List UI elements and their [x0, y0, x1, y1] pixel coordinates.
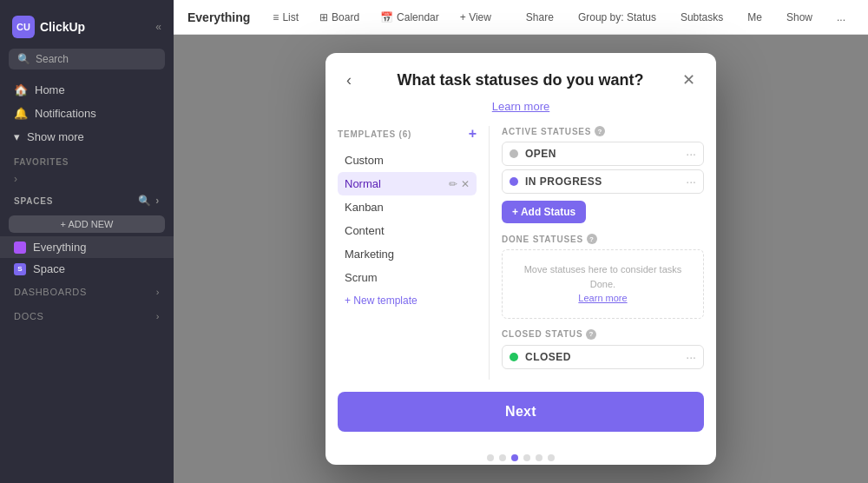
progress-dot-5: [536, 454, 542, 461]
template-label: Normal: [345, 177, 381, 190]
nav-calendar[interactable]: 📅 Calendar: [372, 8, 448, 27]
search-icon: 🔍: [17, 53, 30, 65]
closed-status-area: CLOSED STATUS ? CLOSED ···: [502, 329, 704, 369]
modal-subtitle: Learn more: [326, 98, 716, 126]
spaces-search-icon[interactable]: 🔍: [138, 195, 152, 207]
status-more-button[interactable]: ···: [686, 175, 696, 189]
templates-column: TEMPLATES (6) + Custom Normal ✏ ✕: [338, 126, 477, 380]
search-placeholder: Search: [36, 53, 69, 65]
modal-progress-dots: [326, 446, 716, 465]
next-button[interactable]: Next: [338, 392, 704, 432]
template-item-kanban[interactable]: Kanban: [338, 195, 477, 219]
template-item-actions: ✏ ✕: [449, 178, 470, 190]
status-name: CLOSED: [525, 351, 679, 363]
progress-dot-1: [487, 454, 494, 461]
nav-view[interactable]: + View: [451, 8, 500, 27]
status-more-button[interactable]: ···: [686, 147, 696, 161]
progress-dot-6: [548, 454, 555, 461]
modal-body: TEMPLATES (6) + Custom Normal ✏ ✕: [326, 126, 716, 380]
dashboards-chevron: ›: [156, 287, 160, 297]
status-color-dot: [510, 177, 518, 186]
spaces-label: SPACES: [14, 196, 53, 206]
main-content: Everything ≡ List ⊞ Board 📅 Calendar + V…: [174, 0, 868, 483]
progress-dot-3: [511, 454, 518, 461]
logo-icon: CU: [12, 16, 35, 38]
me-button[interactable]: Me: [739, 8, 771, 27]
modal-header: ‹ What task statuses do you want? ✕: [326, 53, 716, 98]
template-item-marketing[interactable]: Marketing: [338, 242, 477, 266]
template-label: Scrum: [345, 271, 378, 284]
sidebar-item-home[interactable]: 🏠 Home: [0, 78, 174, 102]
template-item-scrum[interactable]: Scrum: [338, 266, 477, 289]
new-template-button[interactable]: + New template: [338, 289, 477, 312]
sidebar-search[interactable]: 🔍 Search: [9, 49, 165, 69]
statuses-column: ACTIVE STATUSES ? OPEN ··· IN PROGRESS: [502, 126, 704, 380]
sidebar-logo: CU ClickUp «: [0, 10, 174, 49]
logo-text: ClickUp: [40, 20, 85, 34]
favorites-chevron: ›: [14, 173, 17, 185]
nav-board[interactable]: ⊞ Board: [311, 8, 368, 27]
topbar-nav: ≡ List ⊞ Board 📅 Calendar + View: [264, 8, 500, 27]
modal-footer: Next: [326, 380, 716, 446]
sidebar-docs-section: DOCS ›: [0, 304, 174, 328]
space-dot: S: [14, 263, 26, 275]
template-item-normal[interactable]: Normal ✏ ✕: [338, 172, 477, 195]
template-item-content[interactable]: Content: [338, 219, 477, 242]
status-item-in-progress: IN PROGRESS ···: [502, 169, 704, 194]
sidebar-item-everything[interactable]: Everything: [0, 236, 174, 258]
spaces-more-icon[interactable]: ›: [155, 195, 160, 207]
templates-label: TEMPLATES (6): [338, 129, 411, 139]
status-name: IN PROGRESS: [525, 175, 679, 188]
sidebar-item-label: Space: [33, 262, 65, 275]
sidebar: CU ClickUp « 🔍 Search 🏠 Home 🔔 Notificat…: [0, 0, 174, 483]
done-learn-more-link[interactable]: Learn more: [578, 293, 627, 303]
active-statuses-label: ACTIVE STATUSES ?: [502, 126, 704, 136]
topbar: Everything ≡ List ⊞ Board 📅 Calendar + V…: [174, 0, 868, 35]
group-by-button[interactable]: Group by: Status: [569, 8, 665, 27]
home-icon: 🏠: [14, 83, 28, 96]
sidebar-item-label: Show more: [27, 130, 84, 143]
modal: ‹ What task statuses do you want? ✕ Lear…: [326, 53, 716, 465]
topbar-actions: Share Group by: Status Subtasks Me Show …: [517, 8, 854, 27]
nav-list[interactable]: ≡ List: [264, 8, 307, 27]
favorites-section-label: FAVORITES: [0, 149, 174, 170]
share-button[interactable]: Share: [517, 8, 562, 27]
modal-close-button[interactable]: ✕: [682, 70, 695, 89]
page-title: Everything: [187, 10, 250, 24]
sidebar-dashboards-section: DASHBOARDS ›: [0, 280, 174, 304]
learn-more-link[interactable]: Learn more: [492, 100, 549, 113]
modal-back-button[interactable]: ‹: [346, 71, 352, 89]
more-button[interactable]: ...: [828, 8, 854, 27]
closed-status-label: CLOSED STATUS ?: [502, 329, 704, 340]
status-more-button[interactable]: ···: [686, 350, 696, 364]
done-statuses-label: DONE STATUSES ?: [502, 234, 704, 244]
sidebar-item-label: Everything: [33, 241, 86, 254]
template-label: Content: [345, 224, 385, 237]
done-drop-zone: Move statuses here to consider tasks Don…: [502, 249, 704, 319]
sidebar-collapse-icon[interactable]: «: [155, 21, 161, 33]
docs-chevron: ›: [156, 311, 160, 321]
progress-dot-2: [499, 454, 506, 461]
dashboards-label: DASHBOARDS: [14, 287, 87, 297]
subtasks-button[interactable]: Subtasks: [672, 8, 732, 27]
add-new-button[interactable]: + ADD NEW: [9, 215, 165, 233]
sidebar-item-show-more[interactable]: ▾ Show more: [0, 125, 174, 149]
done-statuses-area: DONE STATUSES ? Move statuses here to co…: [502, 234, 704, 319]
edit-icon[interactable]: ✏: [449, 178, 457, 190]
modal-title: What task statuses do you want?: [358, 71, 682, 89]
column-divider: [489, 126, 490, 380]
spaces-section-header: SPACES 🔍 ›: [0, 189, 174, 212]
show-button[interactable]: Show: [778, 8, 821, 27]
templates-add-button[interactable]: +: [469, 126, 477, 142]
sidebar-item-notifications[interactable]: 🔔 Notifications: [0, 102, 174, 125]
sidebar-item-label: Home: [35, 83, 65, 96]
content-area: ‹ What task statuses do you want? ✕ Lear…: [174, 35, 868, 483]
close-icon[interactable]: ✕: [461, 178, 470, 190]
template-label: Custom: [345, 154, 384, 167]
everything-dot: [14, 242, 26, 254]
add-status-button[interactable]: + Add Status: [502, 201, 586, 223]
template-item-custom[interactable]: Custom: [338, 149, 477, 172]
done-drop-text: Move statuses here to consider tasks Don…: [511, 262, 694, 306]
sidebar-item-space[interactable]: S Space: [0, 258, 174, 280]
status-item-open: OPEN ···: [502, 142, 704, 166]
